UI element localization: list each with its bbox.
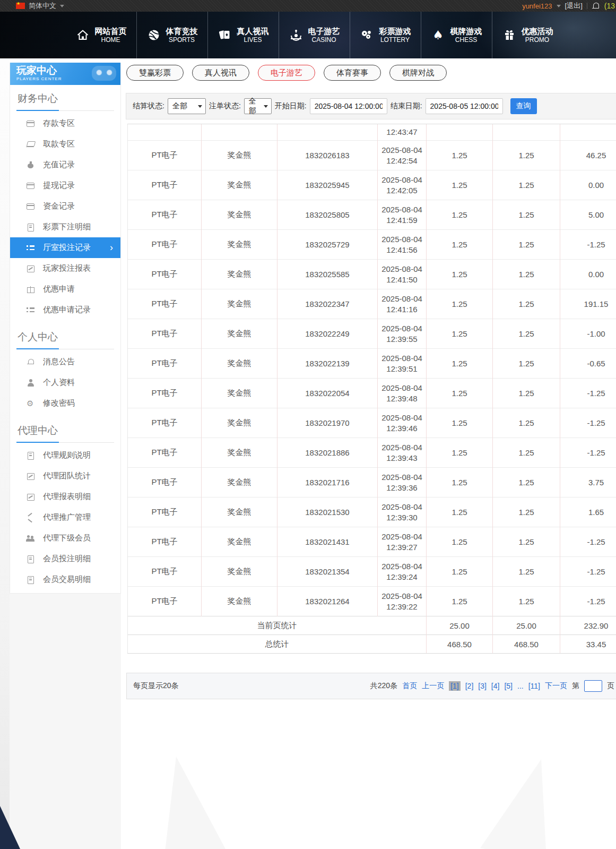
bet-time: 2025-08-04 12:39:43 <box>378 438 427 468</box>
order-number: 1832022249 <box>277 319 378 349</box>
section-title-finance: 财务中心 <box>16 85 114 111</box>
page-number-1[interactable]: [1] <box>449 681 461 691</box>
next-page-link[interactable]: 下一页 <box>545 681 567 691</box>
bet-time: 2025-08-04 12:39:24 <box>378 557 427 587</box>
win-loss: -1.25 <box>560 438 616 468</box>
nav-lottery[interactable]: 彩票游戏 LOTTERY <box>350 12 421 58</box>
chevron-down-icon <box>60 5 64 7</box>
game-name: 奖金熊 <box>202 289 277 319</box>
lottery-balls-icon <box>360 28 374 42</box>
language-switcher[interactable]: 简体中文 <box>0 1 64 11</box>
sidebar-item-lottery-bet-detail[interactable]: 彩票下注明细 <box>16 217 114 237</box>
sidebar-item-withdraw-record[interactable]: 提现记录 <box>16 175 114 196</box>
win-loss: 46.25 <box>560 141 616 170</box>
nav-promo[interactable]: 优惠活动 PROMO <box>492 12 563 58</box>
settle-status-select[interactable]: 全部 <box>168 98 206 114</box>
nav-lottery-en: LOTTERY <box>379 36 411 44</box>
valid-amount: 1.25 <box>493 527 560 557</box>
win-loss: 191.15 <box>560 289 616 319</box>
query-button[interactable]: 查询 <box>510 98 537 114</box>
first-page-link[interactable]: 首页 <box>402 681 417 691</box>
page-summary-valid: 25.00 <box>493 616 560 635</box>
goto-suffix: 页 <box>607 681 614 691</box>
bet-time: 2025-08-04 12:42:05 <box>378 170 427 200</box>
nav-home[interactable]: 网站首页 HOME <box>66 12 136 58</box>
order-number: 1832021716 <box>277 468 378 498</box>
sidebar-item-funds-record[interactable]: 资金记录 <box>16 196 114 217</box>
sidebar-item-topup-record[interactable]: 充值记录 <box>16 155 114 175</box>
page-number-3[interactable]: [3] <box>478 682 487 690</box>
sidebar-item-agent-report-detail[interactable]: 代理报表明细 <box>16 486 114 507</box>
start-date-label: 开始日期: <box>275 101 307 111</box>
tab-casino[interactable]: 电子游艺 <box>258 65 315 81</box>
sidebar-item-hall-bet-record[interactable]: 厅室投注记录 <box>10 237 120 258</box>
sidebar-item-withdraw[interactable]: 取款专区 <box>16 134 114 155</box>
sidebar-item-member-bet-detail[interactable]: 会员投注明细 <box>16 548 114 569</box>
sidebar-item-agent-rules[interactable]: 代理规则说明 <box>16 445 114 466</box>
order-number: 1832021886 <box>277 438 378 468</box>
nav-sports[interactable]: 体育竞技 SPORTS <box>136 12 207 58</box>
page-number-5[interactable]: [5] <box>504 682 513 690</box>
order-number: 1832021970 <box>277 408 378 438</box>
goto-prefix: 第 <box>572 681 579 691</box>
page-summary-label: 当前页统计 <box>128 616 427 635</box>
page-number-11[interactable]: [11] <box>528 682 540 690</box>
sidebar-item-profile[interactable]: 个人资料 <box>16 372 114 393</box>
sidebar-item-deposit[interactable]: 存款专区 <box>16 113 114 134</box>
end-date-label: 结束日期: <box>391 101 422 111</box>
start-date-input[interactable] <box>310 98 387 114</box>
sidebar-section-personal: 个人中心 消息公告 个人资料 修改密码 <box>10 323 120 414</box>
nav-chess[interactable]: ♠ 棋牌游戏 CHESS <box>421 12 492 58</box>
total-count: 共220条 <box>370 681 397 691</box>
section-title-personal: 个人中心 <box>16 323 114 349</box>
sidebar-item-messages[interactable]: 消息公告 <box>16 351 114 372</box>
bet-amount: 1.25 <box>427 557 493 587</box>
end-date-input[interactable] <box>426 98 503 114</box>
order-status-select[interactable]: 全部 <box>244 98 272 114</box>
table-row-partial: 12:43:47 <box>128 124 616 141</box>
nav-casino[interactable]: 电子游艺 CASINO <box>279 12 350 58</box>
bet-time: 2025-08-04 12:39:27 <box>378 527 427 557</box>
sidebar-item-player-report[interactable]: 玩家投注报表 <box>16 258 114 279</box>
game-name: 奖金熊 <box>202 468 277 498</box>
order-number: 1832025945 <box>277 170 378 200</box>
sidebar-item-promo-record[interactable]: 优惠申请记录 <box>16 299 114 320</box>
prev-page-link[interactable]: 上一页 <box>422 681 444 691</box>
tab-lottery[interactable]: 雙赢彩票 <box>126 65 184 81</box>
sidebar-item-member-trade-detail[interactable]: 会员交易明细 <box>16 569 114 590</box>
logout-link[interactable]: [退出] <box>565 1 583 11</box>
bet-time: 2025-08-04 12:39:36 <box>378 468 427 498</box>
topbar: 简体中文 yunfei123 [退出] (13 <box>0 0 616 12</box>
document-icon <box>26 223 35 231</box>
game-name: 奖金熊 <box>202 200 277 230</box>
nav-lives[interactable]: 真人视讯 LIVES <box>207 12 279 58</box>
pagination-controls: 共220条 首页 上一页 [1] [2] [3] [4] [5] ... [11… <box>370 680 616 692</box>
nav-sports-en: SPORTS <box>166 36 198 44</box>
bet-amount: 1.25 <box>427 289 493 319</box>
page-number-2[interactable]: [2] <box>465 682 474 690</box>
game-type: PT电子 <box>128 260 202 289</box>
list-icon <box>26 306 35 314</box>
main-content: 雙赢彩票 真人视讯 电子游艺 体育赛事 棋牌对战 结算状态: 全部 注单状态: … <box>126 58 616 699</box>
game-type: PT电子 <box>128 319 202 349</box>
sidebar-item-agent-promotion[interactable]: 代理推广管理 <box>16 507 114 528</box>
page-ellipsis: ... <box>517 682 524 690</box>
tab-chess[interactable]: 棋牌对战 <box>389 65 447 81</box>
win-loss: -1.25 <box>560 587 616 616</box>
chevron-down-icon[interactable] <box>557 5 561 7</box>
goto-page-input[interactable] <box>584 680 602 692</box>
sidebar-item-agent-team-stats[interactable]: 代理团队统计 <box>16 466 114 486</box>
game-type: PT电子 <box>128 527 202 557</box>
bell-icon[interactable] <box>592 2 600 10</box>
sidebar-item-agent-members[interactable]: 代理下级会员 <box>16 528 114 548</box>
page-number-4[interactable]: [4] <box>491 682 500 690</box>
valid-amount: 1.25 <box>493 230 560 260</box>
background-triangle <box>480 759 546 849</box>
sidebar-item-change-password[interactable]: 修改密码 <box>16 393 114 414</box>
username[interactable]: yunfei123 <box>522 2 552 10</box>
win-loss: -1.25 <box>560 379 616 408</box>
tab-live[interactable]: 真人视讯 <box>192 65 249 81</box>
section-title-agent: 代理中心 <box>16 417 114 443</box>
tab-sports[interactable]: 体育赛事 <box>324 65 381 81</box>
sidebar-item-promo-apply[interactable]: 优惠申请 <box>16 279 114 299</box>
